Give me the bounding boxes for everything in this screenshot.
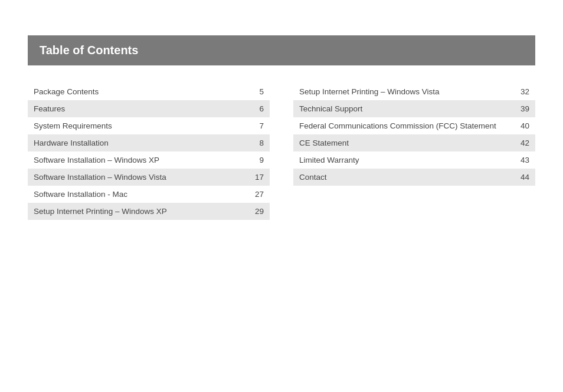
right-column: Setup Internet Printing – Windows Vista3… <box>293 83 535 220</box>
toc-item-page: 44 <box>512 173 529 182</box>
toc-item-label: Software Installation – Windows Vista <box>34 173 246 182</box>
header-bar: Table of Contents <box>28 35 535 65</box>
toc-item-label: Federal Communications Commission (FCC) … <box>299 121 512 130</box>
content-area: Package Contents5Features6System Require… <box>28 83 535 220</box>
toc-item-label: Contact <box>299 173 512 182</box>
toc-item-page: 9 <box>246 156 264 164</box>
header-title: Table of Contents <box>40 44 138 57</box>
right-toc-item[interactable]: Technical Support39 <box>293 100 535 117</box>
toc-item-label: Software Installation – Windows XP <box>34 156 246 164</box>
toc-item-page: 17 <box>246 173 264 182</box>
toc-item-page: 43 <box>512 156 529 164</box>
toc-item-page: 5 <box>246 87 264 96</box>
toc-item-label: Technical Support <box>299 104 512 113</box>
right-toc-item[interactable]: Limited Warranty43 <box>293 151 535 169</box>
left-column: Package Contents5Features6System Require… <box>28 83 270 220</box>
left-toc-item[interactable]: Software Installation – Windows XP9 <box>28 151 270 169</box>
left-toc-item[interactable]: System Requirements7 <box>28 117 270 134</box>
toc-item-label: Package Contents <box>34 87 246 96</box>
right-toc-item[interactable]: Federal Communications Commission (FCC) … <box>293 117 535 134</box>
toc-item-label: Setup Internet Printing – Windows XP <box>34 207 246 216</box>
toc-item-page: 42 <box>512 139 529 147</box>
toc-item-page: 39 <box>512 104 529 113</box>
toc-item-label: CE Statement <box>299 139 512 147</box>
page-wrapper: Table of Contents Package Contents5Featu… <box>0 35 563 392</box>
toc-item-page: 27 <box>246 190 264 199</box>
right-toc-item[interactable]: Contact44 <box>293 169 535 186</box>
toc-item-page: 40 <box>512 121 529 130</box>
toc-item-label: Limited Warranty <box>299 156 512 164</box>
left-toc-item[interactable]: Package Contents5 <box>28 83 270 100</box>
toc-item-page: 8 <box>246 139 264 147</box>
toc-item-label: Hardware Installation <box>34 139 246 147</box>
toc-item-label: Setup Internet Printing – Windows Vista <box>299 87 512 96</box>
toc-item-page: 7 <box>246 121 264 130</box>
toc-item-label: Features <box>34 104 246 113</box>
right-toc-item[interactable]: Setup Internet Printing – Windows Vista3… <box>293 83 535 100</box>
left-toc-item[interactable]: Features6 <box>28 100 270 117</box>
left-toc-item[interactable]: Software Installation – Windows Vista17 <box>28 169 270 186</box>
left-toc-item[interactable]: Software Installation - Mac27 <box>28 186 270 203</box>
toc-item-page: 6 <box>246 104 264 113</box>
toc-item-page: 29 <box>246 207 264 216</box>
right-toc-item[interactable]: CE Statement42 <box>293 134 535 151</box>
left-toc-item[interactable]: Hardware Installation8 <box>28 134 270 151</box>
toc-item-label: Software Installation - Mac <box>34 190 246 199</box>
toc-item-page: 32 <box>512 87 529 96</box>
left-toc-item[interactable]: Setup Internet Printing – Windows XP29 <box>28 203 270 220</box>
toc-item-label: System Requirements <box>34 121 246 130</box>
